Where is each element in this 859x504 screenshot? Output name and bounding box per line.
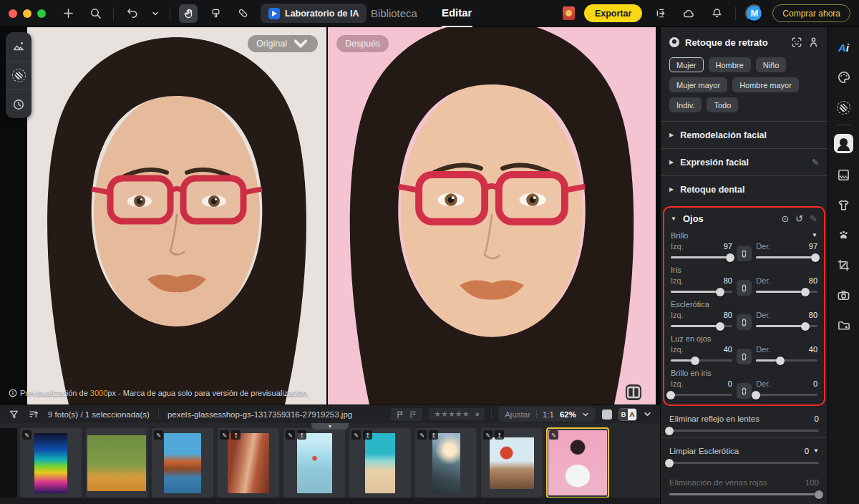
tab-library[interactable]: Biblioteca xyxy=(371,0,417,27)
slider-track[interactable] xyxy=(669,462,819,464)
chip-hombre[interactable]: Hombre xyxy=(709,57,751,72)
thumbnail-puppies[interactable] xyxy=(86,428,147,498)
slider-value: 0 xyxy=(813,379,817,388)
mask-tool-button[interactable] xyxy=(6,61,31,89)
slider-esclerotica-right[interactable] xyxy=(756,325,817,327)
ai-lab-button[interactable]: Laboratorio de IA xyxy=(261,4,367,23)
crop-tools-button[interactable] xyxy=(834,256,854,273)
compare-split-button[interactable] xyxy=(626,384,641,400)
caret-down-icon[interactable]: ▼ xyxy=(813,447,819,454)
chip-indiv[interactable]: Indiv. xyxy=(669,97,702,112)
background-removal-button[interactable] xyxy=(834,166,854,183)
slider-brillo-right[interactable] xyxy=(756,256,817,258)
enhance-tool-button[interactable] xyxy=(6,32,31,61)
link-values-button[interactable] xyxy=(737,383,752,399)
slider-esclerotica-left[interactable] xyxy=(671,325,732,327)
slider-track[interactable] xyxy=(669,430,819,432)
thumbnail-neon-sign[interactable]: ✎ xyxy=(20,428,82,498)
creative-tools-button[interactable] xyxy=(834,69,854,86)
exported-badge-icon: ↥ xyxy=(429,430,438,440)
slider-brillo-iris-right[interactable] xyxy=(756,394,817,396)
close-window-button[interactable] xyxy=(9,9,17,18)
notifications-button[interactable] xyxy=(707,4,726,23)
link-values-button[interactable] xyxy=(737,349,752,364)
thumbnail-canal-houses[interactable]: ✎ xyxy=(152,428,213,498)
eye-preview-icon[interactable]: ⊙ xyxy=(781,214,789,223)
ratio-1-1-button[interactable]: 1:1 xyxy=(543,410,554,419)
slider-brillo-iris-left[interactable] xyxy=(671,394,732,396)
slider-iris-left[interactable] xyxy=(671,291,732,293)
promo-gift-icon[interactable] xyxy=(563,6,575,20)
zoom-window-button[interactable] xyxy=(37,9,46,18)
history-button[interactable] xyxy=(6,89,31,118)
face-detect-button[interactable] xyxy=(791,37,802,48)
slider-luz-left[interactable] xyxy=(671,359,732,362)
edit-mask-icon[interactable]: ✎ xyxy=(812,158,819,168)
eyes-section-header[interactable]: ▼ Ojos ⊙ ↺ ✎ xyxy=(671,210,817,228)
filter-button[interactable] xyxy=(9,409,19,420)
undo-button[interactable] xyxy=(122,4,141,23)
quick-export-button[interactable] xyxy=(651,4,670,23)
ai-tools-button[interactable]: Ai xyxy=(834,39,854,56)
slider-brillo-left[interactable] xyxy=(671,256,732,258)
section-remodelacion-facial[interactable]: ▶ Remodelación facial xyxy=(669,122,819,148)
link-values-button[interactable] xyxy=(737,246,752,261)
color-label-dot[interactable]: ● xyxy=(475,410,480,419)
thumbnail-tokyo-tower[interactable]: ✎↥ xyxy=(283,428,345,498)
star-rating[interactable]: ★★★★★● xyxy=(429,408,485,420)
slider-track[interactable] xyxy=(669,493,819,495)
caret-down-icon[interactable]: ▼ xyxy=(812,232,817,238)
chip-hombre-mayor[interactable]: Hombre mayor xyxy=(732,77,799,92)
camera-settings-button[interactable] xyxy=(834,286,854,304)
slider-iris-right[interactable] xyxy=(756,291,817,293)
texture-mask-button[interactable] xyxy=(834,99,854,116)
link-values-button[interactable] xyxy=(737,314,752,330)
heal-tool-button[interactable] xyxy=(233,4,252,23)
account-avatar[interactable]: M xyxy=(745,4,763,22)
hand-tool-button[interactable] xyxy=(179,4,198,23)
chip-nino[interactable]: Niño xyxy=(756,57,787,72)
thumbnail-portrait-pink-selected[interactable]: ✎ xyxy=(547,428,608,498)
section-retoque-dental[interactable]: ▶ Retoque dental xyxy=(669,176,819,203)
after-image[interactable]: Después xyxy=(328,27,656,404)
chevron-down-icon[interactable] xyxy=(644,410,651,418)
link-values-button[interactable] xyxy=(737,280,752,296)
flag-reject-icon[interactable] xyxy=(409,410,417,419)
edit-mask-icon[interactable]: ✎ xyxy=(810,214,817,223)
buy-now-button[interactable]: Comprar ahora xyxy=(772,4,850,22)
undo-history-dropdown[interactable] xyxy=(150,4,161,23)
flag-pick-icon[interactable] xyxy=(396,410,404,419)
minimize-window-button[interactable] xyxy=(23,9,31,18)
section-expresion-facial[interactable]: ▶ Expresión facial ✎ xyxy=(669,149,819,175)
reset-section-icon[interactable]: ↺ xyxy=(795,214,803,223)
sort-button[interactable] xyxy=(28,409,39,420)
background-color-swatch[interactable] xyxy=(602,410,612,420)
chip-todo[interactable]: Todo xyxy=(707,97,738,112)
pet-tools-button[interactable] xyxy=(834,226,854,243)
sort-icon xyxy=(28,409,39,420)
search-button[interactable] xyxy=(86,4,105,23)
body-scan-button[interactable] xyxy=(808,37,819,48)
before-view-dropdown[interactable]: Original xyxy=(248,35,318,52)
thumbnail-sea-cliff[interactable]: ✎↥ xyxy=(415,428,477,498)
chip-mujer[interactable]: Mujer xyxy=(669,57,704,72)
thumbnail-beach[interactable]: ✎↥ xyxy=(349,428,411,498)
add-photos-button[interactable] xyxy=(59,4,77,23)
filmstrip-resize-handle[interactable]: ▼ xyxy=(311,423,349,430)
fit-button[interactable]: Ajustar xyxy=(505,410,530,419)
zoom-level[interactable]: 62% xyxy=(560,410,576,419)
catalog-folder-button[interactable] xyxy=(834,316,854,334)
slider-luz-right[interactable] xyxy=(756,359,817,362)
tab-edit[interactable]: Editar xyxy=(442,0,472,27)
portrait-tools-button-active[interactable] xyxy=(834,134,853,153)
thumbnail-hot-air-balloon[interactable]: ✎↥ xyxy=(481,428,543,498)
cloud-sync-button[interactable] xyxy=(679,4,698,23)
before-image[interactable]: Original xyxy=(27,27,326,404)
before-after-toggle[interactable]: BA xyxy=(618,408,637,421)
chevron-down-icon[interactable] xyxy=(582,411,589,418)
clothing-tools-button[interactable] xyxy=(834,196,854,213)
eraser-tool-button[interactable] xyxy=(206,4,225,23)
thumbnail-alley[interactable]: ✎↥ xyxy=(218,428,279,498)
chip-mujer-mayor[interactable]: Mujer mayor xyxy=(669,77,727,92)
export-button[interactable]: Exportar xyxy=(584,4,642,22)
